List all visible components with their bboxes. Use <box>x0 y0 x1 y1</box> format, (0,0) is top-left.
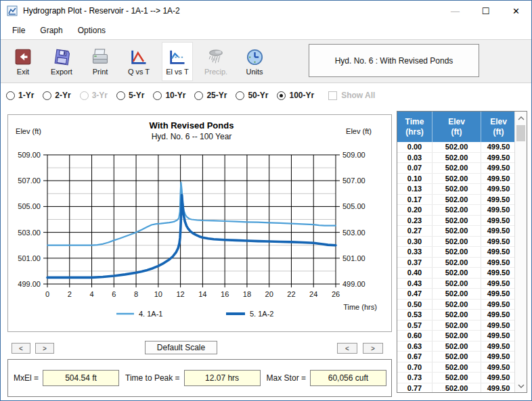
radio-icon <box>194 91 203 100</box>
menu-options[interactable]: Options <box>70 23 113 38</box>
storm-radio-100yr[interactable]: 100-Yr <box>277 91 314 100</box>
exit-icon <box>12 47 34 67</box>
units-button[interactable]: Units <box>239 42 270 81</box>
svg-text:Time (hrs): Time (hrs) <box>343 303 377 311</box>
svg-text:With Revised Ponds: With Revised Ponds <box>150 120 234 131</box>
maximize-button[interactable]: ☐ <box>470 1 501 21</box>
elevation-data-table: Time(hrs) Elev(ft) Elev(ft) 0.00502.0049… <box>397 111 527 393</box>
svg-text:503.00: 503.00 <box>18 229 41 237</box>
precip-button: Precip. <box>200 42 231 81</box>
table-row: 0.40502.00499.50 <box>397 268 516 279</box>
table-header: Time(hrs) Elev(ft) Elev(ft) <box>397 112 516 142</box>
svg-text:16: 16 <box>221 290 229 298</box>
el-vs-t-button[interactable]: El vs T <box>162 42 193 81</box>
table-row: 0.23502.00499.50 <box>397 216 516 227</box>
menu-graph[interactable]: Graph <box>32 23 70 38</box>
export-label: Export <box>51 68 72 76</box>
storm-radio-25yr[interactable]: 25-Yr <box>194 91 227 100</box>
svg-text:5. 1A-2: 5. 1A-2 <box>250 310 273 318</box>
svg-text:507.00: 507.00 <box>18 176 41 185</box>
scroll-down-icon[interactable] <box>515 380 527 392</box>
pan-right-button-right[interactable]: > <box>363 343 383 354</box>
storm-radio-10yr[interactable]: 10-Yr <box>153 91 185 100</box>
svg-text:Hyd. No. 6 -- 100 Year: Hyd. No. 6 -- 100 Year <box>152 132 232 141</box>
radio-icon <box>43 91 51 100</box>
table-body: 0.00502.00499.50 0.03502.00499.50 0.0750… <box>397 142 516 392</box>
pan-left-button-left[interactable]: < <box>12 343 30 354</box>
printer-icon <box>89 47 111 67</box>
print-label: Print <box>93 68 108 76</box>
time-to-peak-label: Time to Peak = <box>125 373 180 383</box>
close-button[interactable]: ✕ <box>501 1 531 21</box>
storm-radio-3yr: 3-Yr <box>80 91 108 100</box>
storm-frequency-row: 1-Yr 2-Yr 3-Yr 5-Yr 10-Yr 25-Yr 50-Yr 10… <box>6 87 375 103</box>
time-to-peak-value: 12.07 hrs <box>184 370 261 386</box>
svg-text:509.00: 509.00 <box>18 151 41 159</box>
table-row: 0.37502.00499.50 <box>397 258 516 268</box>
radio-icon <box>236 91 244 100</box>
table-row: 0.07502.00499.50 <box>397 163 516 174</box>
table-row: 0.27502.00499.50 <box>397 226 516 237</box>
svg-text:505.00: 505.00 <box>342 202 365 210</box>
elevation-chart: 499.00499.00501.00501.00503.00503.00505.… <box>8 115 391 331</box>
export-button[interactable]: Export <box>46 42 77 81</box>
checkbox-icon <box>328 91 337 100</box>
svg-text:14: 14 <box>198 290 206 298</box>
radio-icon <box>6 91 15 100</box>
table-row: 0.50502.00499.50 <box>397 300 516 310</box>
titlebar: Hydrograph Plot - Reservoir - 1A-1 --> 1… <box>1 1 531 21</box>
svg-text:507.00: 507.00 <box>342 176 365 185</box>
svg-text:20: 20 <box>265 290 273 298</box>
storm-radio-50yr[interactable]: 50-Yr <box>236 91 268 100</box>
svg-text:22: 22 <box>287 290 295 298</box>
units-label: Units <box>246 68 263 76</box>
table-row: 0.03502.00499.50 <box>397 153 516 164</box>
scrollbar-thumb[interactable] <box>516 125 525 141</box>
default-scale-button[interactable]: Default Scale <box>145 341 217 354</box>
table-row: 0.00502.00499.50 <box>397 142 516 153</box>
menu-file[interactable]: File <box>5 23 32 38</box>
exit-button[interactable]: Exit <box>7 42 39 81</box>
table-row: 0.17502.00499.50 <box>397 195 516 206</box>
storm-radio-5yr[interactable]: 5-Yr <box>116 91 144 100</box>
scroll-up-icon[interactable] <box>515 112 527 124</box>
col-header-time: Time(hrs) <box>397 112 433 142</box>
table-row: 0.67502.00499.50 <box>397 352 516 362</box>
svg-text:Elev (ft): Elev (ft) <box>16 127 41 135</box>
table-row: 0.13502.00499.50 <box>397 184 516 195</box>
pan-left-button-right[interactable]: < <box>337 343 357 354</box>
svg-text:6: 6 <box>112 290 116 298</box>
precip-label: Precip. <box>204 68 227 76</box>
max-elev-label: MxEl = <box>14 373 39 383</box>
window-title: Hydrograph Plot - Reservoir - 1A-1 --> 1… <box>23 6 180 16</box>
svg-text:12: 12 <box>176 290 184 298</box>
table-row: 0.20502.00499.50 <box>397 205 516 216</box>
app-window: Hydrograph Plot - Reservoir - 1A-1 --> 1… <box>0 0 532 401</box>
q-vs-t-button[interactable]: Q vs T <box>123 42 154 81</box>
table-row: 0.57502.00499.50 <box>397 321 516 331</box>
print-button[interactable]: Print <box>85 42 116 81</box>
radio-icon <box>153 91 162 100</box>
storm-radio-1yr[interactable]: 1-Yr <box>6 91 34 100</box>
table-row: 0.47502.00499.50 <box>397 289 516 300</box>
pan-right-button-left[interactable]: > <box>35 343 54 354</box>
table-row: 0.30502.00499.50 <box>397 237 516 247</box>
svg-text:26: 26 <box>332 290 340 298</box>
svg-text:501.00: 501.00 <box>18 254 41 262</box>
svg-text:24: 24 <box>309 290 317 298</box>
stats-groupbox: MxEl = 504.54 ft Time to Peak = 12.07 hr… <box>7 359 392 397</box>
table-row: 0.70502.00499.50 <box>397 362 516 373</box>
storm-radio-2yr[interactable]: 2-Yr <box>43 91 70 100</box>
svg-text:Elev (ft): Elev (ft) <box>346 127 372 135</box>
el-vs-t-chart-icon <box>167 47 188 67</box>
q-vs-t-label: Q vs T <box>128 68 150 76</box>
minimize-button: — <box>440 1 470 21</box>
table-scrollbar[interactable] <box>514 112 527 392</box>
app-icon <box>7 5 18 16</box>
el-vs-t-label: El vs T <box>166 68 188 76</box>
table-row: 0.60502.00499.50 <box>397 331 516 341</box>
hydrograph-plot-panel: 499.00499.00501.00501.00503.00503.00505.… <box>7 114 392 332</box>
hydrograph-name-box: Hyd. No. 6 : With Revised Ponds <box>309 44 479 77</box>
svg-text:18: 18 <box>243 290 251 298</box>
table-row: 0.63502.00499.50 <box>397 341 516 352</box>
